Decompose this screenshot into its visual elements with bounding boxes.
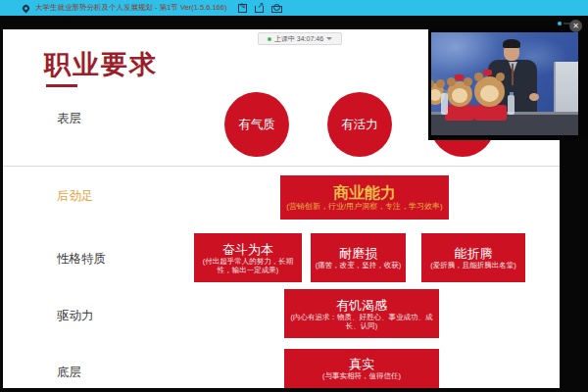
trait-box-subtitle: (营销创新，行业/用户洞察，专注，学习效率) — [286, 202, 443, 211]
presenter-lanyard — [512, 64, 514, 85]
trait-box-title: 有饥渴感 — [336, 298, 387, 313]
trait-box-striving: 奋斗为本 (付出超乎常人的努力，长期性，输出一定成果) — [194, 233, 302, 282]
network-indicator-icon — [558, 22, 562, 25]
trait-box-subtitle: (付出超乎常人的努力，长期性，输出一定成果) — [197, 257, 299, 274]
row-label-drive: 驱动力 — [57, 308, 94, 324]
trait-box-title: 真实 — [349, 357, 374, 371]
share-icon[interactable] — [255, 6, 264, 13]
pin-icon — [22, 3, 31, 13]
row-label-surface: 表层 — [57, 111, 81, 127]
slide-title-underline — [46, 84, 77, 87]
window-title: 大学生就业形势分析及个人发展规划 - 第1节 Ver(1.5.6.166) — [35, 3, 226, 13]
mascot-outfit — [445, 105, 474, 121]
water-bottle — [441, 93, 448, 115]
trait-circle: 有气质 — [224, 92, 289, 157]
trait-box-authentic: 真实 (与事实相符，值得信任) — [284, 349, 439, 388]
slide-title: 职业要求 — [44, 47, 158, 82]
titlebar-actions — [238, 4, 280, 13]
close-icon[interactable]: ✕ — [569, 20, 582, 32]
mascot-plush-icon — [474, 76, 505, 107]
app-window: 大学生就业形势分析及个人发展规划 - 第1节 Ver(1.5.6.166) 上课… — [0, 0, 588, 392]
trait-box-title: 商业能力 — [333, 184, 396, 202]
edit-icon[interactable] — [238, 4, 247, 13]
trait-box-subtitle: (爱折腾，且能折腾出名堂) — [430, 261, 516, 270]
trait-box-hunger: 有饥渴感 (内心有追求：物质、好胜心、事业成功、成长、认同) — [284, 289, 439, 338]
presenter-hair — [503, 39, 520, 48]
trait-box-title: 奋斗为本 — [222, 242, 273, 257]
mascot-plush-icon — [447, 81, 472, 107]
gift-icon[interactable] — [271, 4, 280, 13]
trait-box-subtitle: (痛苦，改变，坚持，收获) — [316, 261, 402, 270]
trait-box-hustle: 能折腾 (爱折腾，且能折腾出名堂) — [421, 233, 525, 282]
class-status-text: 上课中 34:07:46 — [274, 34, 323, 44]
presenter-hand — [529, 93, 539, 101]
video-content — [431, 32, 578, 135]
trait-box-subtitle: (内心有追求：物质、好胜心、事业成功、成长、认同) — [287, 313, 436, 330]
water-bottle — [508, 95, 514, 115]
chevron-down-icon[interactable] — [326, 37, 332, 40]
trait-box-title: 耐磨损 — [339, 246, 377, 261]
mascot-outfit — [474, 105, 507, 121]
trait-circle: 有活力 — [327, 92, 392, 157]
trait-box-endurance: 耐磨损 (痛苦，改变，坚持，收获) — [311, 233, 406, 282]
row-label-character: 性格特质 — [57, 251, 106, 268]
status-dot-icon — [268, 37, 271, 41]
trait-box-subtitle: (与事实相符，值得信任) — [322, 371, 401, 380]
row-label-stamina: 后劲足 — [57, 188, 94, 205]
row-divider — [3, 166, 560, 167]
trait-box-business: 商业能力 (营销创新，行业/用户洞察，专注，学习效率) — [280, 175, 449, 220]
row-label-base: 底层 — [57, 365, 81, 381]
class-status-pill[interactable]: 上课中 34:07:46 — [258, 32, 342, 45]
webcam-video-window[interactable] — [428, 24, 588, 140]
trait-box-title: 能折腾 — [455, 246, 493, 261]
titlebar: 大学生就业形势分析及个人发展规划 - 第1节 Ver(1.5.6.166) — [0, 0, 588, 16]
